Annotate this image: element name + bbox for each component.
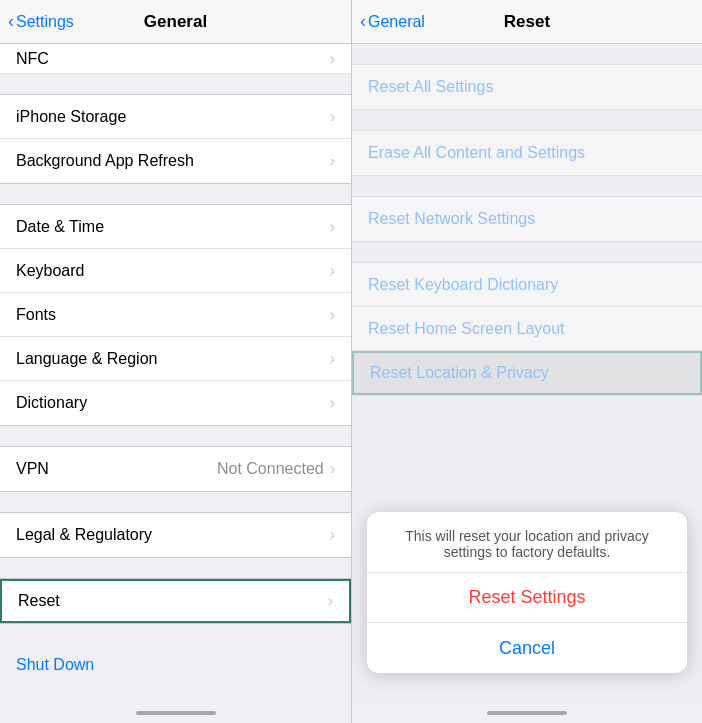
cancel-button[interactable]: Cancel — [367, 623, 687, 673]
back-label: Settings — [16, 13, 74, 31]
fonts-label: Fonts — [16, 306, 330, 324]
left-nav-title: General — [144, 12, 207, 32]
legal-group: Legal & Regulatory › — [0, 512, 351, 558]
iphone-storage-label: iPhone Storage — [16, 108, 330, 126]
reset-location-dialog: This will reset your location and privac… — [367, 512, 687, 673]
legal-regulatory-label: Legal & Regulatory — [16, 526, 330, 544]
date-keyboard-group: Date & Time › Keyboard › Fonts › Languag… — [0, 204, 351, 426]
iphone-storage-chevron-icon: › — [330, 108, 335, 126]
storage-group: iPhone Storage › Background App Refresh … — [0, 94, 351, 184]
right-panel: ‹ General Reset Reset All Settings Erase… — [351, 0, 702, 723]
back-chevron-right-icon: ‹ — [360, 11, 366, 32]
home-indicator — [136, 711, 216, 715]
shut-down-button[interactable]: Shut Down — [16, 656, 94, 673]
date-time-label: Date & Time — [16, 218, 330, 236]
dictionary-row[interactable]: Dictionary › — [0, 381, 351, 425]
vpn-row[interactable]: VPN Not Connected › — [0, 447, 351, 491]
fonts-row[interactable]: Fonts › — [0, 293, 351, 337]
left-panel: ‹ Settings General NFC › iPhone Storage … — [0, 0, 351, 723]
right-home-indicator — [487, 711, 567, 715]
settings-back-button[interactable]: ‹ Settings — [8, 11, 74, 32]
background-app-refresh-row[interactable]: Background App Refresh › — [0, 139, 351, 183]
left-filler — [0, 686, 351, 703]
keyboard-chevron-icon: › — [330, 262, 335, 280]
reset-label: Reset — [18, 592, 328, 610]
background-app-chevron-icon: › — [330, 152, 335, 170]
spacer-5 — [0, 558, 351, 578]
legal-regulatory-chevron-icon: › — [330, 526, 335, 544]
reset-chevron-icon: › — [328, 592, 333, 610]
right-panel-content: Reset All Settings Erase All Content and… — [352, 44, 702, 703]
right-bottom-bar — [352, 703, 702, 723]
date-time-row[interactable]: Date & Time › — [0, 205, 351, 249]
background-app-refresh-label: Background App Refresh — [16, 152, 330, 170]
spacer-4 — [0, 492, 351, 512]
right-nav-title: Reset — [504, 12, 550, 32]
language-region-chevron-icon: › — [330, 350, 335, 368]
reset-settings-button[interactable]: Reset Settings — [367, 573, 687, 623]
spacer-2 — [0, 184, 351, 204]
dialog-overlay: This will reset your location and privac… — [352, 44, 702, 703]
dictionary-label: Dictionary — [16, 394, 330, 412]
keyboard-row[interactable]: Keyboard › — [0, 249, 351, 293]
back-chevron-icon: ‹ — [8, 11, 14, 32]
spacer-1 — [0, 74, 351, 94]
shut-down-section: Shut Down — [0, 644, 351, 686]
vpn-chevron-icon: › — [330, 460, 335, 478]
reset-group-left: Reset › — [0, 578, 351, 624]
nfc-label: NFC — [16, 50, 330, 68]
language-region-row[interactable]: Language & Region › — [0, 337, 351, 381]
right-back-label: General — [368, 13, 425, 31]
language-region-label: Language & Region — [16, 350, 330, 368]
left-nav-bar: ‹ Settings General — [0, 0, 351, 44]
spacer-3 — [0, 426, 351, 446]
dictionary-chevron-icon: › — [330, 394, 335, 412]
vpn-value: Not Connected — [217, 460, 324, 478]
right-nav-bar: ‹ General Reset — [352, 0, 702, 44]
vpn-group: VPN Not Connected › — [0, 446, 351, 492]
date-time-chevron-icon: › — [330, 218, 335, 236]
fonts-chevron-icon: › — [330, 306, 335, 324]
iphone-storage-row[interactable]: iPhone Storage › — [0, 95, 351, 139]
spacer-6 — [0, 624, 351, 644]
general-back-button[interactable]: ‹ General — [360, 11, 425, 32]
vpn-label: VPN — [16, 460, 217, 478]
nfc-row[interactable]: NFC › — [0, 44, 351, 74]
keyboard-label: Keyboard — [16, 262, 330, 280]
reset-row[interactable]: Reset › — [0, 579, 351, 623]
nfc-chevron-icon: › — [330, 50, 335, 68]
legal-regulatory-row[interactable]: Legal & Regulatory › — [0, 513, 351, 557]
dialog-message: This will reset your location and privac… — [367, 512, 687, 573]
left-bottom-bar — [0, 703, 351, 723]
